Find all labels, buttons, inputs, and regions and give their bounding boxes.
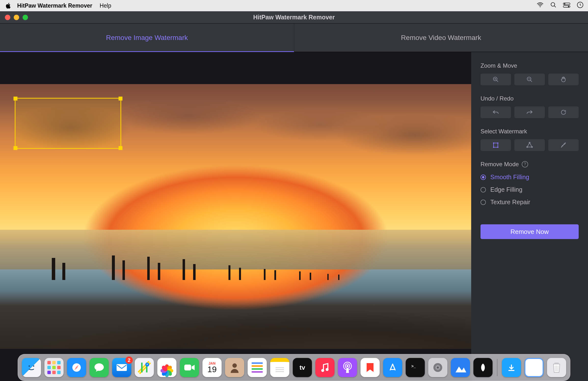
svg-line-47	[555, 365, 555, 371]
radio-icon	[481, 187, 486, 192]
selection-handle-br[interactable]	[119, 146, 123, 150]
dock-icon-podcasts[interactable]	[338, 358, 357, 377]
svg-rect-27	[117, 364, 127, 371]
dock-icon-news[interactable]	[360, 358, 380, 377]
workspace: Zoom & Move Undo / Redo Select Watermark…	[0, 52, 588, 381]
rect-select-tool[interactable]	[481, 139, 511, 151]
dock-icon-desktop[interactable]	[525, 358, 544, 377]
window-close-button[interactable]	[5, 15, 10, 20]
section-label-select-watermark: Select Watermark	[481, 128, 579, 135]
svg-rect-30	[184, 364, 191, 370]
tab-remove-image-watermark[interactable]: Remove Image Watermark	[0, 23, 294, 52]
dock: 2 JAN19 tv >_	[18, 354, 570, 381]
reset-button[interactable]	[548, 106, 579, 118]
svg-point-24	[33, 365, 34, 367]
dock-icon-finder[interactable]	[22, 358, 41, 377]
svg-line-49	[558, 365, 558, 371]
side-panel: Zoom & Move Undo / Redo Select Watermark…	[471, 52, 588, 381]
canvas-area	[0, 52, 471, 381]
mode-tabs: Remove Image Watermark Remove Video Wate…	[0, 23, 588, 52]
dock-icon-wallpaper[interactable]	[451, 358, 470, 377]
wifi-icon[interactable]	[536, 2, 544, 9]
window-maximize-button[interactable]	[22, 15, 28, 20]
dock-icon-safari[interactable]	[67, 358, 86, 377]
radio-icon	[481, 200, 486, 205]
svg-rect-18	[493, 147, 494, 148]
zoom-out-button[interactable]	[514, 74, 545, 85]
dock-icon-maps[interactable]	[135, 358, 154, 377]
dock-icon-appstore[interactable]	[383, 358, 402, 377]
svg-line-2	[554, 6, 556, 7]
selection-handle-tr[interactable]	[119, 96, 123, 100]
menubar-item-help[interactable]: Help	[100, 2, 111, 9]
svg-rect-46	[554, 362, 559, 364]
svg-rect-45	[508, 370, 514, 371]
svg-line-13	[530, 80, 532, 82]
remove-now-button[interactable]: Remove Now	[481, 224, 579, 239]
svg-marker-26	[75, 365, 79, 370]
dock-icon-app[interactable]	[473, 358, 493, 377]
dock-icon-notes[interactable]	[270, 358, 289, 377]
dock-icon-terminal[interactable]: >_	[406, 358, 425, 377]
spotlight-icon[interactable]	[550, 2, 557, 10]
macos-menubar: HitPaw Watermark Remover Help	[0, 0, 588, 11]
dock-separator	[497, 359, 497, 376]
svg-point-0	[540, 6, 541, 7]
control-center-icon[interactable]	[563, 2, 570, 9]
svg-point-4	[564, 3, 566, 4]
svg-point-6	[568, 6, 569, 7]
svg-text:>_: >_	[411, 364, 416, 368]
mail-badge: 2	[126, 357, 133, 364]
svg-rect-15	[494, 143, 498, 147]
brush-select-tool[interactable]	[548, 139, 579, 151]
lasso-select-tool[interactable]	[514, 139, 545, 151]
selection-handle-bl[interactable]	[14, 146, 18, 150]
watermark-selection-rect[interactable]	[15, 98, 121, 149]
selection-handle-tl[interactable]	[14, 96, 18, 100]
svg-point-35	[321, 369, 324, 372]
dock-icon-reminders[interactable]	[248, 358, 267, 377]
dock-icon-messages[interactable]	[90, 358, 109, 377]
window-titlebar: HitPaw Watermark Remover	[0, 11, 588, 23]
section-label-undo-redo: Undo / Redo	[481, 95, 579, 102]
dock-icon-tv[interactable]: tv	[293, 358, 312, 377]
dock-icon-facetime[interactable]	[180, 358, 199, 377]
radio-label: Texture Repair	[490, 199, 530, 206]
svg-marker-44	[456, 366, 466, 372]
svg-rect-16	[493, 142, 494, 143]
dock-icon-launchpad[interactable]	[44, 358, 63, 377]
apple-menu-icon[interactable]	[4, 3, 12, 9]
pan-button[interactable]	[548, 74, 579, 85]
radio-label: Smooth Filling	[490, 173, 529, 181]
image-canvas[interactable]	[0, 84, 471, 349]
dock-icon-music[interactable]	[315, 358, 335, 377]
dock-icon-mail[interactable]: 2	[112, 358, 131, 377]
remove-mode-edge-filling[interactable]: Edge Filling	[481, 186, 579, 193]
window-minimize-button[interactable]	[14, 15, 19, 20]
radio-icon	[481, 174, 486, 180]
svg-point-1	[551, 2, 555, 6]
help-icon[interactable]: ?	[522, 161, 528, 168]
tab-remove-video-watermark[interactable]: Remove Video Watermark	[294, 23, 588, 52]
dock-icon-settings[interactable]	[428, 358, 447, 377]
radio-label: Edge Filling	[490, 186, 523, 193]
window-controls	[5, 15, 28, 20]
dock-icon-downloads[interactable]	[502, 358, 521, 377]
dock-icon-contacts[interactable]	[225, 358, 244, 377]
remove-mode-texture-repair[interactable]: Texture Repair	[481, 199, 579, 206]
remove-mode-smooth-filling[interactable]: Smooth Filling	[481, 173, 579, 181]
undo-button[interactable]	[481, 106, 511, 118]
redo-button[interactable]	[514, 106, 545, 118]
svg-point-39	[347, 365, 349, 367]
zoom-in-button[interactable]	[481, 74, 511, 85]
calendar-day: 19	[207, 365, 217, 373]
dock-icon-calendar[interactable]: JAN19	[202, 358, 222, 377]
dock-icon-trash[interactable]	[547, 358, 566, 377]
svg-rect-19	[497, 147, 498, 148]
window-title: HitPaw Watermark Remover	[0, 14, 588, 21]
svg-point-43	[437, 366, 439, 368]
dock-icon-photos[interactable]	[157, 358, 176, 377]
app-window: HitPaw Watermark Remover Remove Image Wa…	[0, 11, 588, 381]
clock-icon[interactable]	[577, 1, 584, 10]
section-label-remove-mode: Remove Mode	[481, 161, 519, 168]
